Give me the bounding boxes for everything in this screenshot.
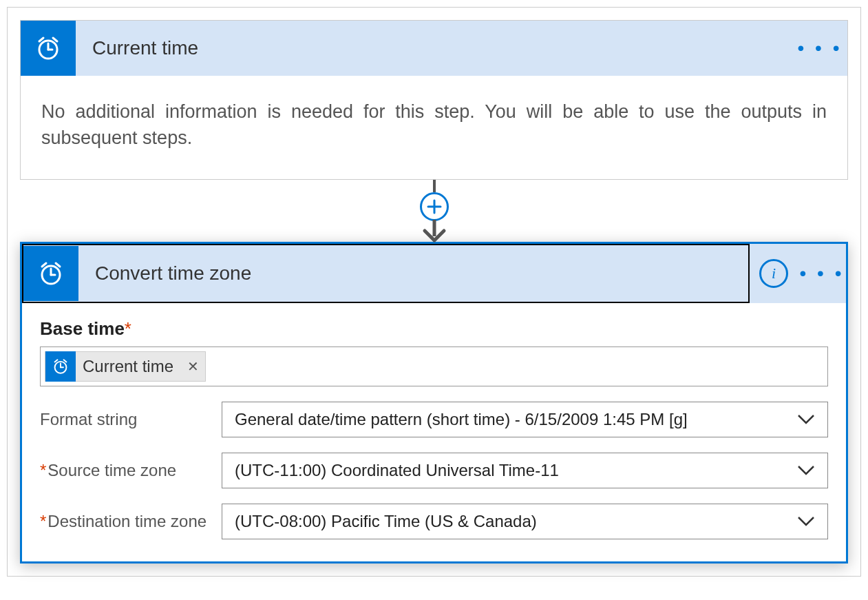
svg-line-4	[53, 38, 57, 41]
row-destination-timezone: *Destination time zone (UTC-08:00) Pacif…	[40, 504, 828, 539]
arrow-down-icon	[422, 220, 447, 243]
connector-line	[433, 180, 436, 192]
source-tz-label: *Source time zone	[40, 461, 209, 480]
step-current-time: Current time • • • No additional informa…	[20, 20, 848, 180]
remove-chip-button[interactable]: ✕	[180, 358, 205, 375]
dest-tz-label: *Destination time zone	[40, 512, 209, 531]
dest-tz-dropdown[interactable]: (UTC-08:00) Pacific Time (US & Canada)	[222, 504, 828, 539]
format-string-label: Format string	[40, 410, 209, 429]
svg-line-3	[39, 38, 43, 41]
svg-line-17	[64, 360, 67, 362]
row-format-string: Format string General date/time pattern …	[40, 402, 828, 437]
step2-header: Convert time zone i • • •	[22, 244, 846, 303]
step1-title: Current time	[76, 37, 792, 59]
step2-title: Convert time zone	[78, 262, 748, 285]
step1-body-text: No additional information is needed for …	[21, 76, 847, 179]
required-mark: *	[125, 318, 131, 339]
flow-canvas: Current time • • • No additional informa…	[7, 7, 861, 577]
add-step-button[interactable]	[420, 192, 449, 221]
label-text: Format string	[40, 410, 137, 428]
step2-menu-button[interactable]: • • •	[798, 244, 846, 303]
base-time-label-text: Base time	[40, 318, 125, 339]
step-connector	[20, 180, 848, 242]
required-mark: *	[40, 512, 46, 530]
clock-icon	[23, 246, 78, 301]
dropdown-value: General date/time pattern (short time) -…	[235, 410, 797, 429]
chevron-down-icon	[797, 516, 815, 527]
required-mark: *	[40, 461, 46, 479]
base-time-label: Base time*	[40, 318, 828, 340]
svg-line-11	[42, 263, 46, 267]
format-string-dropdown[interactable]: General date/time pattern (short time) -…	[222, 402, 828, 437]
dropdown-value: (UTC-11:00) Coordinated Universal Time-1…	[235, 461, 797, 480]
row-source-timezone: *Source time zone (UTC-11:00) Coordinate…	[40, 453, 828, 488]
base-time-input[interactable]: Current time ✕	[40, 346, 828, 386]
dynamic-content-chip: Current time ✕	[45, 351, 206, 382]
clock-icon	[21, 21, 76, 76]
clock-icon	[45, 351, 76, 382]
source-tz-dropdown[interactable]: (UTC-11:00) Coordinated Universal Time-1…	[222, 453, 828, 488]
chevron-down-icon	[797, 465, 815, 476]
chip-label: Current time	[76, 357, 180, 376]
info-button[interactable]: i	[750, 244, 798, 303]
step1-header[interactable]: Current time • • •	[21, 21, 847, 76]
info-icon: i	[759, 259, 788, 288]
svg-line-12	[56, 263, 60, 267]
svg-line-16	[55, 360, 58, 362]
chevron-down-icon	[797, 414, 815, 425]
step2-title-bar[interactable]: Convert time zone	[22, 244, 750, 303]
step-convert-time-zone: Convert time zone i • • • Base time*	[20, 242, 848, 563]
step1-menu-button[interactable]: • • •	[792, 37, 847, 59]
label-text: Source time zone	[47, 461, 176, 479]
label-text: Destination time zone	[47, 512, 207, 530]
dropdown-value: (UTC-08:00) Pacific Time (US & Canada)	[235, 512, 797, 531]
step2-body: Base time* Current time ✕	[22, 303, 846, 561]
